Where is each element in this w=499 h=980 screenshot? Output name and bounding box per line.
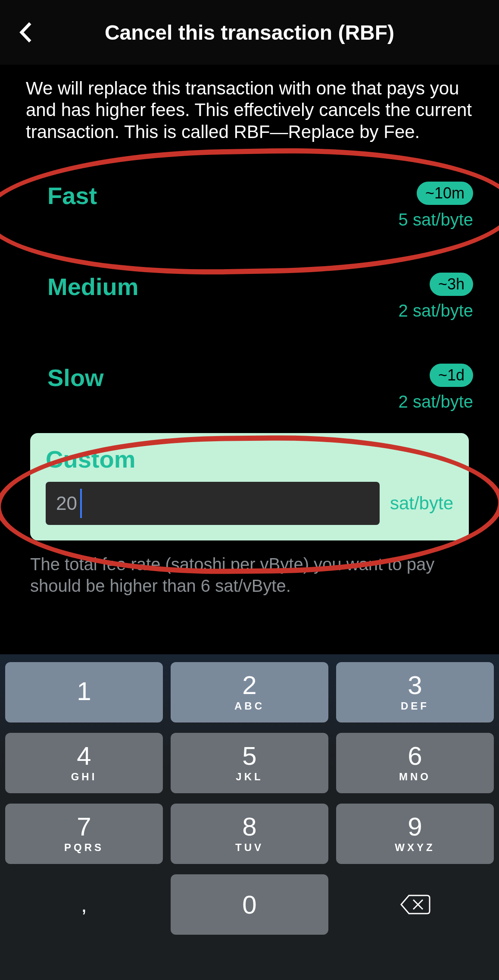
custom-fee-input[interactable] — [56, 493, 369, 514]
fee-label: Fast — [47, 182, 97, 210]
key-8[interactable]: 8 TUV — [171, 804, 328, 864]
custom-unit-label: sat/byte — [390, 493, 453, 514]
text-cursor — [80, 489, 82, 518]
key-5[interactable]: 5 JKL — [171, 733, 328, 793]
key-7[interactable]: 7 PQRS — [5, 804, 163, 864]
header-bar: Cancel this transaction (RBF) — [0, 0, 499, 65]
key-backspace[interactable] — [336, 874, 494, 935]
fee-rate: 2 sat/byte — [399, 301, 473, 320]
fee-option-slow[interactable]: Slow ~1d 2 sat/byte — [26, 342, 473, 433]
key-3[interactable]: 3 DEF — [336, 662, 494, 722]
fee-label: Slow — [47, 364, 104, 392]
backspace-icon — [399, 894, 430, 915]
custom-fee-input-wrap[interactable] — [46, 482, 380, 525]
fee-details: ~10m 5 sat/byte — [399, 182, 473, 229]
key-6[interactable]: 6 MNO — [336, 733, 494, 793]
fee-label: Medium — [47, 273, 139, 301]
page-title: Cancel this transaction (RBF) — [0, 21, 499, 44]
key-comma[interactable]: , — [5, 874, 163, 935]
key-2[interactable]: 2 ABC — [171, 662, 328, 722]
fee-time-badge: ~10m — [417, 182, 473, 205]
back-button[interactable] — [13, 19, 39, 45]
fee-details: ~1d 2 sat/byte — [399, 364, 473, 411]
fee-option-medium[interactable]: Medium ~3h 2 sat/byte — [26, 251, 473, 342]
description-text: We will replace this transaction with on… — [26, 78, 473, 143]
custom-label: Custom — [46, 445, 453, 473]
fee-details: ~3h 2 sat/byte — [399, 273, 473, 320]
fee-option-custom[interactable]: Custom sat/byte — [30, 433, 469, 540]
key-4[interactable]: 4 GHI — [5, 733, 163, 793]
numeric-keyboard: 1 2 ABC 3 DEF 4 GHI 5 JKL 6 MNO — [0, 654, 499, 980]
fee-rate: 2 sat/byte — [399, 392, 473, 411]
chevron-left-icon — [18, 22, 34, 43]
key-9[interactable]: 9 WXYZ — [336, 804, 494, 864]
fee-rate: 5 sat/byte — [399, 210, 473, 229]
fee-option-fast[interactable]: Fast ~10m 5 sat/byte — [26, 160, 473, 251]
fee-time-badge: ~1d — [430, 364, 473, 387]
key-0[interactable]: 0 — [171, 874, 328, 935]
key-1[interactable]: 1 — [5, 662, 163, 722]
fee-hint-text: The total fee rate (satoshi per vByte) y… — [26, 553, 473, 597]
fee-time-badge: ~3h — [430, 273, 473, 296]
